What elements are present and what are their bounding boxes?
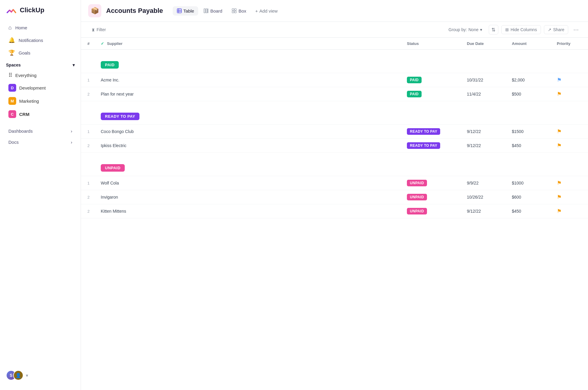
- sidebar-item-marketing[interactable]: M Marketing: [2, 94, 78, 108]
- row-due-date: 9/12/22: [462, 125, 507, 139]
- row-due-date: 11/4/22: [462, 87, 507, 101]
- user-chevron-icon[interactable]: ▾: [26, 373, 28, 378]
- page-icon: 📦: [88, 4, 101, 17]
- status-badge: PAID: [407, 91, 422, 97]
- group-badge-paid: PAID: [101, 61, 119, 69]
- status-badge: UNPAID: [407, 208, 427, 214]
- row-num: 1: [81, 73, 96, 87]
- sidebar-item-notifications[interactable]: 🔔 Notifications: [2, 34, 78, 46]
- col-num: #: [81, 38, 96, 50]
- tab-table[interactable]: Table: [173, 6, 198, 16]
- table-row[interactable]: 2 Plan for next year PAID 11/4/22 $500 ⚑: [81, 87, 588, 101]
- sidebar-item-dashboards[interactable]: Dashboards ›: [2, 126, 78, 137]
- sidebar-item-goals[interactable]: 🏆 Goals: [2, 46, 78, 59]
- add-view-button[interactable]: + Add view: [252, 6, 281, 16]
- tab-table-label: Table: [184, 8, 194, 13]
- sidebar-section-label: Dashboards: [8, 129, 33, 134]
- logo-area[interactable]: ClickUp: [0, 5, 81, 22]
- row-supplier: Kitten Mittens: [96, 204, 402, 218]
- row-num: 2: [81, 139, 96, 153]
- share-button[interactable]: ↗ Share: [544, 25, 568, 34]
- spaces-label: Spaces: [6, 63, 21, 67]
- more-options-button[interactable]: ⋯: [571, 25, 581, 34]
- status-badge: UNPAID: [407, 180, 427, 186]
- accounts-payable-table: # ✓ Supplier Status Due Date Amount Prio…: [81, 38, 588, 218]
- group-badge-ready: READY TO PAY: [101, 113, 139, 120]
- row-supplier: Ipkiss Electric: [96, 139, 402, 153]
- filter-button[interactable]: ⧗ Filter: [88, 25, 109, 34]
- row-amount: $600: [507, 190, 552, 204]
- group-by-label: Group by:: [449, 27, 467, 32]
- row-amount: $450: [507, 139, 552, 153]
- app-name: ClickUp: [20, 6, 44, 14]
- row-priority: ⚑: [552, 204, 588, 218]
- tab-box[interactable]: Box: [228, 6, 250, 16]
- group-num-cell: [81, 57, 96, 73]
- sidebar-item-development[interactable]: D Development: [2, 81, 78, 94]
- row-amount: $1000: [507, 176, 552, 190]
- chevron-down-icon: ▾: [480, 27, 482, 32]
- col-status: Status: [402, 38, 462, 50]
- row-num: 1: [81, 125, 96, 139]
- col-amount: Amount: [507, 38, 552, 50]
- status-badge: UNPAID: [407, 194, 427, 200]
- sidebar-item-label: Everything: [15, 73, 37, 78]
- sidebar-item-label: Development: [19, 85, 46, 90]
- flag-icon: ⚑: [557, 77, 562, 83]
- sort-icon: ⇅: [491, 27, 495, 33]
- status-badge: PAID: [407, 77, 422, 83]
- row-supplier: Coco Bongo Club: [96, 125, 402, 139]
- svg-rect-6: [207, 9, 208, 13]
- table-row[interactable]: 1 Wolf Cola UNPAID 9/9/22 $1000 ⚑: [81, 176, 588, 190]
- row-supplier: Wolf Cola: [96, 176, 402, 190]
- row-priority: ⚑: [552, 176, 588, 190]
- row-status: READY TO PAY: [402, 139, 462, 153]
- spaces-header[interactable]: Spaces ▾: [0, 59, 81, 69]
- sidebar-item-home[interactable]: ⌂ Home: [2, 22, 78, 34]
- crm-badge: C: [8, 110, 16, 118]
- group-num-cell: [81, 160, 96, 176]
- svg-rect-10: [234, 11, 236, 13]
- plus-icon: +: [255, 8, 258, 13]
- row-due-date: 10/31/22: [462, 73, 507, 87]
- row-due-date: 9/9/22: [462, 176, 507, 190]
- row-priority: ⚑: [552, 139, 588, 153]
- table-row[interactable]: 1 Acme Inc. PAID 10/31/22 $2,000 ⚑: [81, 73, 588, 87]
- group-by-button[interactable]: Group by: None ▾: [445, 25, 486, 34]
- sidebar-item-everything[interactable]: ⠿ Everything: [2, 69, 78, 81]
- sidebar-item-label: Home: [15, 25, 27, 30]
- tab-board[interactable]: Board: [199, 6, 226, 16]
- flag-icon: ⚑: [557, 208, 562, 214]
- group-num-cell: [81, 108, 96, 125]
- sidebar-item-docs[interactable]: Docs ›: [2, 137, 78, 148]
- row-status: UNPAID: [402, 204, 462, 218]
- row-supplier: Acme Inc.: [96, 73, 402, 87]
- sidebar-item-label: CRM: [19, 112, 29, 117]
- group-header-unpaid: UNPAID: [81, 160, 588, 176]
- add-view-label: Add view: [259, 8, 278, 13]
- group-header-paid: PAID: [81, 57, 588, 73]
- sidebar-item-crm[interactable]: C CRM: [2, 108, 78, 121]
- group-label-cell: UNPAID: [96, 160, 588, 176]
- table-row[interactable]: 2 Ipkiss Electric READY TO PAY 9/12/22 $…: [81, 139, 588, 153]
- toolbar-left: ⧗ Filter: [88, 25, 109, 34]
- row-num: 1: [81, 176, 96, 190]
- col-due-date: Due Date: [462, 38, 507, 50]
- row-supplier: Plan for next year: [96, 87, 402, 101]
- box-icon: [232, 8, 237, 13]
- table-icon: [177, 8, 182, 13]
- row-num: 2: [81, 190, 96, 204]
- hide-columns-button[interactable]: ⊞ Hide Columns: [501, 25, 541, 34]
- row-num: 2: [81, 87, 96, 101]
- table-row[interactable]: 2 Invigaron UNPAID 10/26/22 $600 ⚑: [81, 190, 588, 204]
- check-icon: ✓: [101, 41, 104, 46]
- svg-rect-9: [232, 11, 234, 13]
- row-num: 2: [81, 204, 96, 218]
- table-row[interactable]: 2 Kitten Mittens UNPAID 9/12/22 $450 ⚑: [81, 204, 588, 218]
- table-row[interactable]: 1 Coco Bongo Club READY TO PAY 9/12/22 $…: [81, 125, 588, 139]
- sidebar-item-label: Marketing: [19, 99, 39, 104]
- group-by-value: None: [468, 27, 478, 32]
- tab-board-label: Board: [210, 8, 222, 13]
- sidebar: ClickUp ⌂ Home 🔔 Notifications 🏆 Goals S…: [0, 0, 81, 390]
- sort-button[interactable]: ⇅: [489, 25, 498, 34]
